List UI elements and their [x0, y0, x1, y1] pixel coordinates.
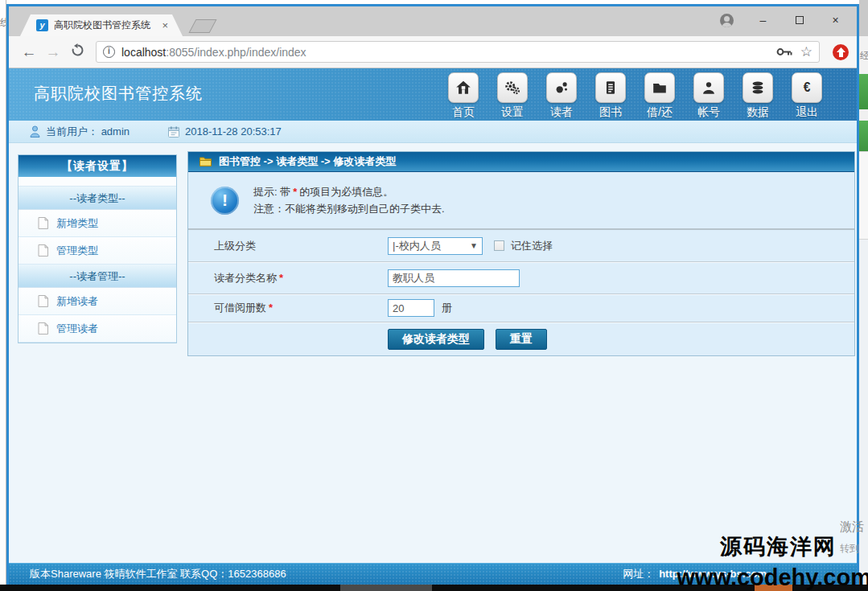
- background-green-button: [859, 74, 868, 109]
- nav-item-books[interactable]: 图书: [593, 72, 628, 120]
- page-info-icon[interactable]: i: [103, 46, 115, 58]
- nav-item-readers[interactable]: 读者: [544, 72, 579, 120]
- page-icon: [38, 322, 48, 334]
- required-asterisk: *: [277, 272, 286, 284]
- extension-button[interactable]: [833, 44, 849, 60]
- parent-category-select[interactable]: |-校内人员 ▼: [388, 237, 483, 255]
- bookmark-star-icon[interactable]: ☆: [800, 43, 812, 60]
- nav-item-data[interactable]: 数据: [740, 72, 775, 120]
- user-icon: [30, 125, 40, 137]
- app-header: 高职院校图书管控系统 首页 设置 读者: [9, 68, 857, 121]
- sidebar-spacer: [19, 177, 176, 187]
- browser-tab[interactable]: y 高职院校图书管控系统 ×: [20, 14, 183, 36]
- form-row-borrow-count: 可借阅册数* 册: [188, 294, 854, 322]
- breadcrumb-text: 图书管控 -> 读者类型 -> 修改读者类型: [219, 154, 396, 169]
- background-gap: [859, 109, 868, 121]
- current-user: 当前用户： admin: [30, 125, 130, 139]
- current-user-label: 当前用户：: [46, 125, 98, 139]
- sidebar-item-manage-reader[interactable]: 管理读者: [19, 315, 176, 343]
- submit-button[interactable]: 修改读者类型: [388, 329, 484, 350]
- main-panel: 图书管控 -> 读者类型 -> 修改读者类型 ! 提示: 带*的项目为必填信息。…: [187, 151, 855, 356]
- category-name-input[interactable]: [388, 269, 520, 287]
- maximize-icon: [796, 16, 804, 24]
- book-icon: [595, 72, 626, 103]
- folder-icon: [644, 72, 675, 103]
- sidebar-title: 【读者设置】: [19, 155, 176, 177]
- parent-category-label: 上级分类: [214, 239, 388, 253]
- user-bar: 当前用户： admin 2018-11-28 20:53:17: [9, 121, 857, 143]
- back-button[interactable]: ←: [17, 43, 41, 61]
- readers-icon: [546, 72, 577, 103]
- close-button[interactable]: ×: [817, 6, 854, 34]
- nav-item-logout[interactable]: € 退出: [789, 72, 825, 120]
- gears-icon: [497, 72, 528, 103]
- windows-activation-watermark: 激活 转到: [840, 519, 864, 556]
- current-user-name: admin: [101, 125, 130, 137]
- note-text: 注意：不能将类别移动到自己的子类中去.: [253, 203, 445, 215]
- profile-icon: [720, 14, 734, 27]
- main-nav: 首页 设置 读者 图书: [446, 72, 825, 120]
- nav-item-borrow-return[interactable]: 借/还: [642, 72, 677, 120]
- account-icon: [693, 72, 724, 103]
- new-tab-button[interactable]: [188, 19, 216, 33]
- footer-version-text: 版本Shareware 筱晴软件工作室 联系QQ：1652368686: [30, 567, 286, 581]
- svg-text:€: €: [804, 80, 811, 94]
- reset-button[interactable]: 重置: [496, 329, 547, 350]
- url-text[interactable]: localhost:8055/index.php/index/index: [121, 46, 776, 59]
- sidebar-group-reader-type: --读者类型--: [19, 187, 176, 210]
- info-icon: !: [211, 187, 239, 215]
- database-icon: [743, 72, 773, 103]
- remember-label: 记住选择: [511, 239, 553, 253]
- background-right-text: 经: [860, 49, 868, 63]
- background-green-button: [859, 121, 868, 151]
- page-icon: [38, 244, 48, 257]
- page-viewport: 高职院校图书管控系统 首页 设置 读者: [9, 68, 857, 585]
- category-name-label: 读者分类名称*: [214, 271, 388, 285]
- background-titlebar: [859, 0, 868, 36]
- home-icon: [448, 72, 479, 103]
- page-icon: [38, 295, 48, 307]
- site-watermark-url: www.codehy.com: [677, 564, 868, 591]
- reload-button[interactable]: [65, 43, 89, 61]
- nav-item-home[interactable]: 首页: [446, 72, 481, 120]
- borrow-count-unit: 册: [442, 301, 452, 315]
- screen: 线 经 y 高职院校图书管控系统 × – × ←: [0, 0, 868, 591]
- sidebar-item-manage-type[interactable]: 管理类型: [19, 237, 176, 265]
- page-icon: [38, 217, 48, 229]
- site-watermark-name: 源码海洋网: [720, 532, 837, 561]
- form-row-category-name: 读者分类名称*: [188, 262, 854, 294]
- folder-icon: [200, 157, 212, 166]
- required-asterisk: *: [290, 186, 299, 198]
- datetime: 2018-11-28 20:53:17: [168, 125, 282, 137]
- tab-close-icon[interactable]: ×: [162, 19, 168, 31]
- sidebar-item-add-reader[interactable]: 新增读者: [19, 288, 176, 315]
- sidebar-item-add-type[interactable]: 新增类型: [19, 210, 176, 237]
- browser-window: y 高职院校图书管控系统 × – × ← → i localhost:8055/…: [6, 4, 859, 585]
- url-path: :8055/index.php/index/index: [166, 46, 306, 59]
- background-strip: [859, 151, 868, 240]
- password-key-icon[interactable]: [776, 47, 792, 57]
- borrow-count-input[interactable]: [388, 299, 434, 317]
- minimize-button[interactable]: –: [745, 6, 781, 34]
- maximize-button[interactable]: [781, 6, 817, 34]
- background-window-right: 经: [859, 0, 868, 585]
- window-controls: – ×: [709, 6, 854, 34]
- background-window-left: 线: [0, 0, 6, 585]
- breadcrumb: 图书管控 -> 读者类型 -> 修改读者类型: [188, 152, 854, 172]
- datetime-value: 2018-11-28 20:53:17: [185, 125, 282, 137]
- exit-icon: €: [792, 72, 822, 103]
- background-left-text: 线: [0, 16, 6, 30]
- required-asterisk: *: [266, 302, 275, 314]
- tip-box: ! 提示: 带*的项目为必填信息。 注意：不能将类别移动到自己的子类中去.: [188, 172, 854, 230]
- address-bar[interactable]: i localhost:8055/index.php/index/index ☆: [96, 41, 820, 63]
- profile-button[interactable]: [709, 6, 745, 34]
- nav-item-settings[interactable]: 设置: [495, 72, 530, 120]
- calendar-icon: [168, 126, 179, 137]
- forward-button[interactable]: →: [41, 43, 65, 61]
- content-area: 【读者设置】 --读者类型-- 新增类型 管理类型 --读者管理-- 新增读者: [9, 143, 857, 561]
- background-strip: 经: [859, 36, 868, 72]
- browser-titlebar: y 高职院校图书管控系统 × – ×: [9, 6, 857, 36]
- borrow-count-label: 可借阅册数*: [214, 301, 388, 315]
- nav-item-account[interactable]: 帐号: [691, 72, 726, 120]
- remember-checkbox[interactable]: [494, 240, 504, 251]
